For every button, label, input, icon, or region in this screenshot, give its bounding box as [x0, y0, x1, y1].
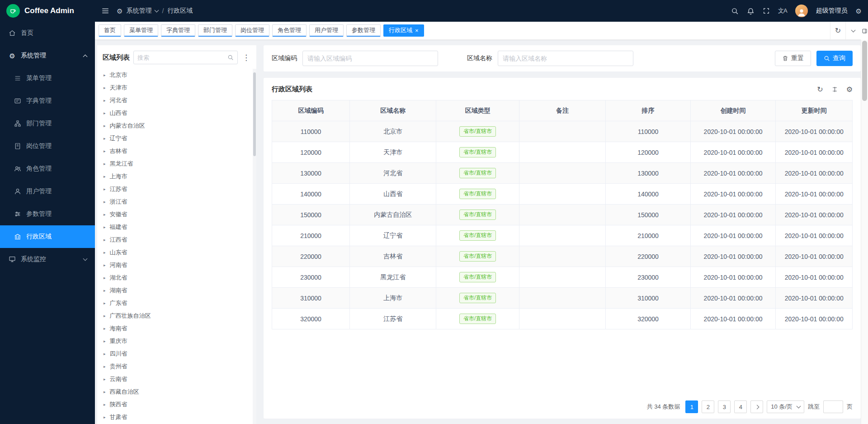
- tree-item[interactable]: ▸ 山东省: [97, 246, 256, 259]
- jump-label: 跳至: [808, 403, 820, 411]
- page-button[interactable]: 4: [734, 400, 747, 413]
- tree-item[interactable]: ▸ 黑龙江省: [97, 157, 256, 170]
- tree-item[interactable]: ▸ 重庆市: [97, 335, 256, 348]
- tree-item[interactable]: ▸ 河南省: [97, 259, 256, 272]
- gear-icon[interactable]: ⚙: [846, 86, 853, 93]
- tab-close-icon[interactable]: ×: [415, 28, 419, 33]
- table-header-cell: 创建时间: [690, 100, 776, 121]
- region-name-input[interactable]: [498, 51, 633, 66]
- tree-item[interactable]: ▸ 河北省: [97, 94, 256, 107]
- fullscreen-icon[interactable]: [763, 7, 770, 14]
- tree-item[interactable]: ▸ 山西省: [97, 107, 256, 119]
- page-scrollbar[interactable]: [861, 40, 868, 424]
- tree-item[interactable]: ▸ 安徽省: [97, 208, 256, 221]
- page-button[interactable]: 2: [702, 400, 714, 413]
- panel-toggle-icon[interactable]: [862, 22, 868, 40]
- tree-item[interactable]: ▸ 云南省: [97, 373, 256, 386]
- columns-icon[interactable]: [831, 86, 838, 93]
- search-button[interactable]: 查询: [816, 51, 853, 66]
- sidebar-item-dept-mgmt[interactable]: 部门管理: [0, 112, 95, 135]
- tab[interactable]: 菜单管理 ×: [124, 24, 158, 37]
- tree-item[interactable]: ▸ 陕西省: [97, 398, 256, 411]
- tab[interactable]: 角色管理 ×: [272, 24, 307, 37]
- sidebar-item-param-mgmt[interactable]: 参数管理: [0, 203, 95, 225]
- tree-item[interactable]: ▸ 北京市: [97, 69, 256, 81]
- breadcrumb-root[interactable]: 系统管理: [126, 7, 151, 15]
- notification-bell-icon[interactable]: [747, 7, 755, 15]
- region-type-badge: 省市/直辖市: [459, 251, 496, 262]
- tree-item[interactable]: ▸ 广东省: [97, 297, 256, 310]
- app-root: Coffee Admin 首页 ⚙ 系统管理 菜单管理 字典管理: [0, 0, 868, 424]
- sidebar-item-user-mgmt[interactable]: 用户管理: [0, 180, 95, 203]
- tree-item[interactable]: ▸ 江西省: [97, 233, 256, 246]
- translate-icon[interactable]: 文A: [778, 7, 787, 15]
- tree-item[interactable]: ▸ 上海市: [97, 170, 256, 183]
- tree-item[interactable]: ▸ 内蒙古自治区: [97, 119, 256, 132]
- table-row: 140000 山西省 省市/直辖市 140000 2020-10-01 00:0…: [272, 184, 853, 205]
- jump-page-input[interactable]: [823, 400, 843, 413]
- region-search-input[interactable]: [137, 54, 225, 61]
- tab[interactable]: 部门管理 ×: [198, 24, 232, 37]
- avatar[interactable]: [795, 5, 808, 17]
- tab[interactable]: 字典管理 ×: [161, 24, 195, 37]
- cell-remark: [519, 163, 605, 184]
- tree-item[interactable]: ▸ 天津市: [97, 81, 256, 94]
- tree-item[interactable]: ▸ 浙江省: [97, 195, 256, 208]
- region-panel-scrollbar[interactable]: [253, 69, 256, 424]
- tree-item[interactable]: ▸ 吉林省: [97, 145, 256, 157]
- search-icon[interactable]: [227, 54, 234, 61]
- cell-region-code: 110000: [272, 121, 350, 142]
- sidebar-collapse-icon[interactable]: [101, 7, 109, 15]
- sidebar-item-post-mgmt[interactable]: 岗位管理: [0, 135, 95, 157]
- page-button[interactable]: 1: [685, 400, 698, 413]
- tab[interactable]: 参数管理 ×: [346, 24, 381, 37]
- scrollbar-thumb[interactable]: [253, 72, 256, 156]
- sidebar-item-region[interactable]: 行政区域: [0, 225, 95, 248]
- tab[interactable]: 用户管理 ×: [309, 24, 344, 37]
- tree-item[interactable]: ▸ 湖北省: [97, 272, 256, 284]
- tree-item-label: 江西省: [110, 236, 127, 244]
- tree-item[interactable]: ▸ 西藏自治区: [97, 386, 256, 398]
- tree-item[interactable]: ▸ 湖南省: [97, 284, 256, 297]
- scrollbar-thumb[interactable]: [862, 41, 867, 101]
- tree-item[interactable]: ▸ 四川省: [97, 348, 256, 360]
- cell-sort: 150000: [606, 205, 690, 225]
- table-row: 130000 河北省 省市/直辖市 130000 2020-10-01 00:0…: [272, 163, 853, 184]
- tree-item-label: 江苏省: [110, 185, 127, 193]
- cell-region-type: 省市/直辖市: [436, 225, 519, 246]
- tree-item[interactable]: ▸ 贵州省: [97, 360, 256, 373]
- cell-created-time: 2020-10-01 00:00:00: [690, 205, 776, 225]
- page-size-select[interactable]: 10 条/页: [767, 400, 804, 413]
- sidebar-item-system[interactable]: ⚙ 系统管理: [0, 44, 95, 67]
- tree-item[interactable]: ▸ 广西壮族自治区: [97, 310, 256, 322]
- sidebar-item-home[interactable]: 首页: [0, 22, 95, 44]
- search-icon[interactable]: [731, 7, 739, 15]
- region-code-input[interactable]: [302, 51, 438, 66]
- tab[interactable]: 行政区域 ×: [383, 24, 424, 37]
- next-page-button[interactable]: [750, 400, 763, 413]
- tree-item[interactable]: ▸ 江苏省: [97, 183, 256, 195]
- tree-item[interactable]: ▸ 辽宁省: [97, 132, 256, 145]
- sidebar-item-role-mgmt[interactable]: 角色管理: [0, 157, 95, 180]
- sidebar-item-monitor[interactable]: 系统监控: [0, 248, 95, 271]
- current-user-name[interactable]: 超级管理员: [816, 7, 848, 15]
- table-tools: ↻ ⚙: [817, 85, 853, 94]
- kebab-menu-icon[interactable]: ⋮: [241, 53, 251, 62]
- sidebar-item-menu-mgmt[interactable]: 菜单管理: [0, 67, 95, 90]
- caret-right-icon: ▸: [104, 301, 106, 305]
- tab[interactable]: 岗位管理 ×: [235, 24, 269, 37]
- tree-item[interactable]: ▸ 甘肃省: [97, 411, 256, 424]
- settings-gear-icon[interactable]: ⚙: [856, 8, 862, 14]
- refresh-icon[interactable]: ↻: [817, 85, 823, 94]
- tree-item[interactable]: ▸ 海南省: [97, 322, 256, 335]
- cell-sort: 110000: [606, 121, 690, 142]
- page-button[interactable]: 3: [718, 400, 731, 413]
- reset-button[interactable]: 重置: [775, 51, 811, 66]
- tree-item[interactable]: ▸ 福建省: [97, 221, 256, 233]
- gear-icon: ⚙: [8, 52, 16, 59]
- tab[interactable]: 首页 ×: [99, 24, 121, 37]
- refresh-icon[interactable]: ↻: [830, 22, 845, 39]
- sidebar-item-dict-mgmt[interactable]: 字典管理: [0, 90, 95, 112]
- cell-remark: [519, 267, 605, 288]
- tab-actions-chevron-icon[interactable]: [845, 22, 861, 39]
